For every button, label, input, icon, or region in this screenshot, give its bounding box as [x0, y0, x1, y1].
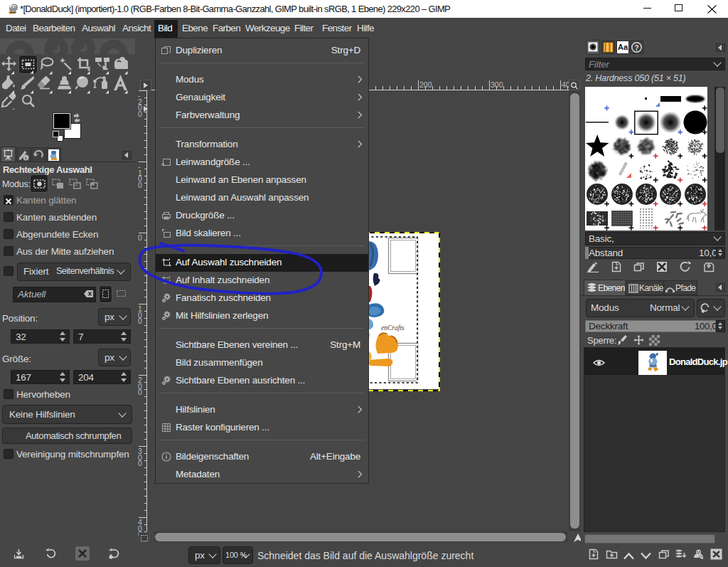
svg-text:?: ? — [635, 44, 639, 52]
svg-text:i: i — [25, 155, 26, 161]
